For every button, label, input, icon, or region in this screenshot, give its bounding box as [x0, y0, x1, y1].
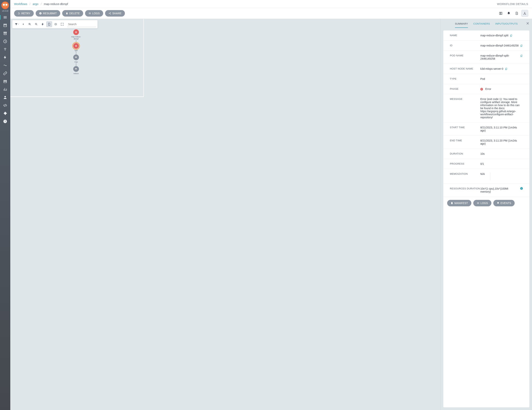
value-progress: 0/1: [480, 162, 484, 165]
content-area: ✕ map-reduce-dbmpf ✕ split map: [10, 19, 532, 410]
graph-area[interactable]: ✕ map-reduce-dbmpf ✕ split map: [10, 19, 440, 410]
collapse-icon[interactable]: [53, 21, 58, 27]
dag: ✕ map-reduce-dbmpf ✕ split map: [69, 29, 83, 75]
breadcrumb-root[interactable]: Workflows: [14, 2, 27, 6]
graph-search-input[interactable]: [67, 21, 96, 27]
label-progress: PROGRESS: [450, 162, 480, 165]
sidebar-item-box[interactable]: [0, 78, 10, 85]
copy-icon[interactable]: [510, 34, 513, 37]
sidebar-item-reports[interactable]: [0, 86, 10, 93]
retry-label: RETRY: [21, 12, 30, 15]
sidebar-item-workflows[interactable]: [0, 14, 10, 21]
svg-point-11: [525, 14, 526, 15]
zoom-in-icon[interactable]: [27, 21, 33, 27]
value-memo: N/A: [480, 173, 485, 175]
breadcrumb-namespace[interactable]: argo: [33, 2, 38, 6]
node-root[interactable]: ✕ map-reduce-dbmpf: [69, 29, 83, 40]
logs-label: LOGS: [92, 12, 100, 15]
label-name: NAME: [450, 34, 480, 37]
node-split[interactable]: ✕ split: [73, 43, 79, 52]
retry-button[interactable]: RETRY: [14, 10, 34, 17]
panel-actions: MANIFEST LOGS EVENTS: [443, 197, 529, 210]
filter-icon[interactable]: [14, 21, 20, 27]
sidebar-item-sensors[interactable]: [0, 46, 10, 53]
svg-point-1: [5, 50, 6, 50]
node-map[interactable]: map: [73, 55, 79, 63]
tab-summary[interactable]: SUMMARY: [455, 22, 468, 28]
down-arrow-icon[interactable]: [20, 21, 26, 27]
sidebar: v3.4.10 ?: [0, 0, 10, 410]
value-resdur: 10s*(1 cpu),10s*(100Mi memory): [480, 187, 518, 193]
sidebar-item-plugins[interactable]: [0, 110, 10, 117]
svg-point-7: [110, 12, 111, 13]
zoom-out-icon[interactable]: [33, 21, 39, 27]
value-phase: Error: [485, 87, 491, 91]
panel-tabs: SUMMARY CONTAINERS INPUTS/OUTPUTS: [441, 19, 532, 28]
version-label: v3.4.10: [2, 10, 8, 12]
view-columns-icon[interactable]: [497, 10, 504, 17]
sidebar-item-help[interactable]: ?: [0, 118, 10, 125]
layout-doc-icon[interactable]: [46, 21, 52, 27]
copy-icon[interactable]: [520, 44, 523, 47]
value-name: map-reduce-dbmpf.split: [480, 34, 508, 37]
sidebar-item-cron[interactable]: [0, 38, 10, 45]
events-button[interactable]: EVENTS: [493, 200, 515, 206]
node-label: map: [74, 61, 78, 63]
node-label: split: [75, 50, 78, 52]
speed-icon[interactable]: [40, 21, 46, 27]
svg-point-9: [524, 12, 525, 13]
tree-view-icon[interactable]: [521, 10, 528, 17]
sidebar-item-templates[interactable]: [0, 22, 10, 29]
sidebar-item-archive[interactable]: [0, 30, 10, 37]
sidebar-item-links[interactable]: [0, 70, 10, 77]
fullscreen-icon[interactable]: [59, 21, 65, 27]
label-start: START TIME: [450, 126, 480, 132]
details-panel: ✕ SUMMARY CONTAINERS INPUTS/OUTPUTS NAME…: [440, 19, 532, 410]
share-label: SHARE: [112, 12, 122, 15]
label-message: MESSAGE: [450, 98, 480, 119]
node-label: map-reduce-dbmpf: [69, 36, 83, 40]
sidebar-item-user[interactable]: [0, 94, 10, 101]
breadcrumb-sep: /: [29, 2, 30, 6]
main-container: Workflows / argo / map-reduce-dbmpf WORK…: [10, 0, 532, 410]
copy-icon[interactable]: [520, 55, 523, 57]
notifications-icon[interactable]: [505, 10, 512, 17]
graph-toolbar: [12, 20, 98, 28]
divider: [490, 173, 490, 180]
close-icon[interactable]: ✕: [526, 21, 529, 26]
manifest-button[interactable]: MANIFEST: [447, 200, 471, 206]
label-duration: DURATION: [450, 152, 480, 155]
fast-forward-icon: [75, 67, 77, 71]
resubmit-label: RESUBMIT: [43, 12, 57, 15]
svg-point-8: [110, 14, 111, 15]
document-icon[interactable]: [513, 10, 520, 17]
value-pod: map-reduce-dbmpf-split-2446149258: [480, 54, 519, 60]
node-label: reduce: [73, 73, 79, 75]
breadcrumb-sep: /: [41, 2, 42, 6]
sidebar-item-events[interactable]: [0, 54, 10, 61]
label-phase: PHASE: [450, 87, 480, 91]
topbar: Workflows / argo / map-reduce-dbmpf WORK…: [10, 0, 532, 8]
action-toolbar: RETRY RESUBMIT DELETE LOGS SHARE: [10, 8, 532, 19]
label-resdur: RESOURCES DURATION: [450, 187, 480, 193]
svg-text:?: ?: [4, 120, 6, 123]
node-reduce[interactable]: reduce: [73, 66, 79, 75]
copy-icon[interactable]: [505, 68, 508, 70]
resubmit-button[interactable]: RESUBMIT: [36, 10, 60, 17]
logs-button[interactable]: LOGS: [85, 10, 103, 17]
label-end: END TIME: [450, 139, 480, 145]
sidebar-item-eventflow[interactable]: [0, 62, 10, 69]
sidebar-item-api[interactable]: [0, 102, 10, 109]
page-title: WORKFLOW DETAILS: [497, 2, 528, 6]
panel-logs-label: LOGS: [481, 201, 488, 205]
label-id: ID: [450, 44, 480, 47]
delete-button[interactable]: DELETE: [62, 10, 83, 17]
tab-containers[interactable]: CONTAINERS: [473, 22, 490, 28]
view-toggle-group: [497, 10, 528, 17]
svg-point-6: [109, 13, 110, 14]
panel-logs-button[interactable]: LOGS: [473, 200, 491, 206]
value-id: map-reduce-dbmpf-2446149258: [480, 44, 519, 47]
info-icon[interactable]: i: [520, 187, 523, 190]
tab-io[interactable]: INPUTS/OUTPUTS: [495, 22, 518, 28]
share-button[interactable]: SHARE: [105, 10, 125, 17]
